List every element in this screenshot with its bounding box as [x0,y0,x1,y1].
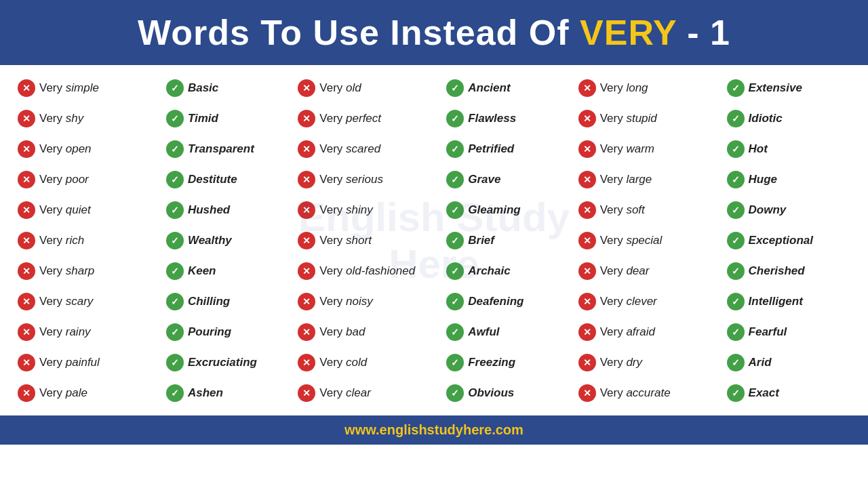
replacement-word: Freezing [468,356,515,369]
wrong-phrase: Very clever [600,295,657,308]
x-icon: ✕ [18,262,35,280]
check-icon: ✓ [166,79,184,97]
replacement-word: Cherished [749,264,805,278]
wrong-phrase: Very poor [39,173,89,186]
column-2: ✕Very old✓Ancient✕Very perfect✓Flawless✕… [294,75,574,410]
replacement-word: Hushed [188,203,230,217]
x-icon: ✕ [578,79,596,97]
check-icon: ✓ [727,140,745,158]
footer-url: www.englishstudyhere.com [344,422,524,437]
header-title-highlight: VERY [580,13,677,52]
pair-row: ✕Very warm✓Hot [578,136,850,163]
x-icon: ✕ [578,171,596,188]
pair-row: ✕Very shy✓Timid [18,105,290,132]
wrong-phrase: Very noisy [319,295,372,308]
replacement-word: Ancient [468,81,510,95]
x-icon: ✕ [578,293,596,310]
replacement-word: Keen [188,264,216,278]
replacement-word: Basic [188,81,218,95]
header-title-suffix: - 1 [677,13,730,52]
check-icon: ✓ [727,171,745,188]
replacement-word: Idiotic [749,112,783,125]
check-icon: ✓ [446,354,464,371]
footer: www.englishstudyhere.com [0,415,868,445]
x-icon: ✕ [18,110,35,127]
check-icon: ✓ [446,140,464,158]
x-icon: ✕ [578,140,596,158]
wrong-phrase: Very scary [39,295,93,308]
wrong-phrase: Very cold [319,356,367,369]
replacement-word: Deafening [468,295,524,308]
replacement-word: Fearful [749,325,787,339]
x-icon: ✕ [298,354,315,371]
wrong-phrase: Very shy [39,112,83,125]
replacement-word: Destitute [188,173,237,186]
wrong-phrase: Very dear [600,264,650,278]
check-icon: ✓ [727,354,745,371]
replacement-word: Flawless [468,112,516,125]
pair-row: ✕Very noisy✓Deafening [298,288,570,315]
replacement-word: Wealthy [188,234,232,247]
x-icon: ✕ [18,354,35,371]
pair-row: ✕Very poor✓Destitute [18,166,290,193]
pair-row: ✕Very perfect✓Flawless [298,105,570,132]
replacement-word: Excruciating [188,356,257,369]
x-icon: ✕ [18,171,35,188]
check-icon: ✓ [446,262,464,280]
x-icon: ✕ [298,79,315,97]
x-icon: ✕ [18,79,35,97]
content-section: ✕Very simple✓Basic✕Very shy✓Timid✕Very o… [14,75,854,410]
pair-row: ✕Very clear✓Obvious [298,380,570,407]
replacement-word: Exceptional [749,234,813,247]
pair-row: ✕Very afraid✓Fearful [578,319,850,346]
pair-row: ✕Very serious✓Grave [298,166,570,193]
replacement-word: Timid [188,112,218,125]
wrong-phrase: Very open [39,142,92,156]
x-icon: ✕ [578,323,596,341]
wrong-phrase: Very shiny [319,203,372,217]
check-icon: ✓ [446,171,464,188]
pair-row: ✕Very dear✓Cherished [578,258,850,285]
replacement-word: Chilling [188,295,230,308]
pair-row: ✕Very accurate✓Exact [578,380,850,407]
replacement-word: Pouring [188,325,231,339]
pair-row: ✕Very special✓Exceptional [578,227,850,254]
pair-row: ✕Very rainy✓Pouring [18,319,290,346]
x-icon: ✕ [298,384,315,402]
wrong-phrase: Very short [319,234,372,247]
x-icon: ✕ [18,201,35,219]
x-icon: ✕ [578,354,596,371]
pair-row: ✕Very scared✓Petrified [298,136,570,163]
replacement-word: Exact [749,386,779,400]
pair-row: ✕Very simple✓Basic [18,75,290,102]
wrong-phrase: Very accurate [600,386,671,400]
replacement-word: Intelligent [749,295,803,308]
replacement-word: Huge [749,173,778,186]
wrong-phrase: Very serious [319,173,383,186]
check-icon: ✓ [727,201,745,219]
x-icon: ✕ [18,323,35,341]
wrong-phrase: Very soft [600,203,645,217]
check-icon: ✓ [727,384,745,402]
x-icon: ✕ [578,262,596,280]
wrong-phrase: Very warm [600,142,654,156]
pair-row: ✕Very rich✓Wealthy [18,227,290,254]
wrong-phrase: Very quiet [39,203,91,217]
replacement-word: Transparent [188,142,254,156]
check-icon: ✓ [166,232,184,249]
wrong-phrase: Very dry [600,356,642,369]
check-icon: ✓ [166,201,184,219]
pair-row: ✕Very dry✓Arid [578,349,850,376]
pair-row: ✕Very large✓Huge [578,166,850,193]
check-icon: ✓ [166,262,184,280]
check-icon: ✓ [446,79,464,97]
check-icon: ✓ [166,354,184,371]
wrong-phrase: Very sharp [39,264,94,278]
x-icon: ✕ [578,201,596,219]
check-icon: ✓ [446,201,464,219]
pair-row: ✕Very sharp✓Keen [18,258,290,285]
check-icon: ✓ [166,293,184,310]
pair-row: ✕Very soft✓Downy [578,197,850,224]
header: Words To Use Instead Of VERY - 1 [0,0,868,65]
x-icon: ✕ [298,110,315,127]
